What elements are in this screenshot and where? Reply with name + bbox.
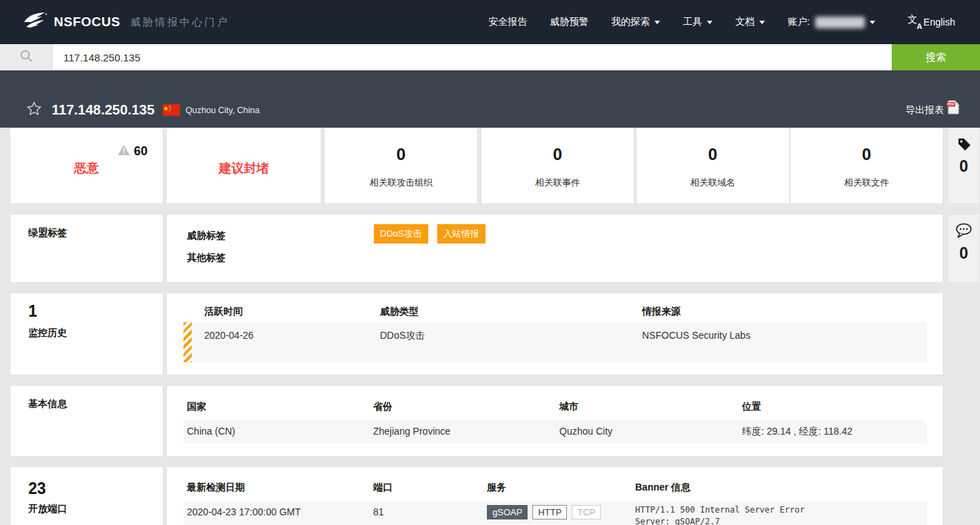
col-header-service: 服务 — [487, 482, 506, 494]
nav-item-security-report[interactable]: 安全报告 — [488, 16, 527, 28]
stat-value: 0 — [481, 145, 634, 164]
search-button[interactable]: 搜索 — [892, 44, 980, 70]
cell-active-time: 2020-04-26 — [204, 330, 254, 341]
rail-comments-cell[interactable]: 0 — [948, 214, 980, 283]
nav-item-tools[interactable]: 工具 — [683, 16, 712, 28]
nav-item-threat-alert[interactable]: 威胁预警 — [550, 16, 588, 28]
threat-tags-row: DDoS攻击 入站情报 — [374, 224, 486, 244]
language-switch[interactable]: 文A English — [908, 15, 955, 29]
advice-card: 建议封堵 — [166, 128, 321, 204]
ports-right-panel: 最新检测日期 端口 服务 Banner 信息 2020-04-23 17:00:… — [166, 466, 943, 525]
comments-count: 0 — [959, 244, 968, 263]
page: NSFOCUS 威胁情报中心门户 安全报告 威胁预警 我的探索 工具 文档 账户… — [0, 0, 980, 525]
stat-card-events[interactable]: 0 相关联事件 — [481, 128, 634, 204]
row-accent-stripe — [183, 322, 192, 362]
search-icon-cell — [0, 44, 52, 70]
warning-triangle-icon — [118, 145, 130, 158]
china-flag-icon — [163, 104, 180, 116]
nav-item-my-exploration[interactable]: 我的探索 — [611, 16, 660, 28]
chevron-down-icon — [870, 21, 875, 24]
basic-right-panel: 国家 省份 城市 位置 China (CN) Zhejiang Province… — [166, 385, 943, 457]
ports-left-panel: 23 开放端口 — [10, 466, 163, 525]
stat-value: 0 — [325, 145, 477, 164]
export-report-button[interactable]: 导出报表 PDF — [906, 104, 959, 117]
nav-item-docs[interactable]: 文档 — [735, 16, 765, 28]
page-title-ip: 117.148.250.135 — [52, 102, 154, 118]
section-title-monitor-history: 监控历史 — [28, 327, 67, 339]
tag-ddos-attack[interactable]: DDoS攻击 — [374, 224, 428, 244]
translate-icon: 文A — [908, 15, 922, 29]
comment-bubble-icon — [955, 223, 972, 241]
monitor-left-panel: 1 监控历史 — [10, 293, 163, 375]
rail-tags-cell[interactable]: 0 — [948, 128, 980, 204]
col-header-port: 端口 — [373, 482, 392, 494]
cell-intel-source: NSFOCUS Security Labs — [642, 330, 750, 341]
account-menu[interactable]: 账户: — [788, 16, 875, 28]
col-header-threat-type: 威胁类型 — [380, 306, 419, 318]
nsfocus-bird-icon — [23, 12, 48, 32]
col-header-active-time: 活跃时间 — [204, 306, 243, 318]
service-badge-tcp[interactable]: TCP — [572, 505, 601, 519]
top-navbar: NSFOCUS 威胁情报中心门户 安全报告 威胁预警 我的探索 工具 文档 账户… — [0, 0, 980, 44]
verdict-card: 60 恶意 — [10, 128, 163, 204]
cell-last-scan-date: 2020-04-23 17:00:00 GMT — [187, 506, 301, 517]
tag-inbound-intel[interactable]: 入站情报 — [437, 224, 486, 244]
tags-count: 0 — [959, 157, 968, 176]
stat-label: 相关联攻击组织 — [325, 177, 477, 189]
col-header-country: 国家 — [187, 401, 206, 413]
cell-port: 81 — [373, 506, 384, 517]
tags-left-panel: 绿盟标签 — [10, 214, 163, 283]
service-badge-http[interactable]: HTTP — [532, 505, 567, 519]
language-label: English — [923, 17, 955, 28]
advice-label: 建议封堵 — [167, 160, 321, 177]
service-badges: gSOAP HTTP TCP — [487, 505, 601, 519]
search-input[interactable] — [52, 44, 892, 70]
col-header-province: 省份 — [373, 401, 392, 413]
col-header-last-scan-date: 最新检测日期 — [187, 482, 245, 494]
stat-value: 0 — [790, 145, 943, 164]
verdict-label: 恶意 — [10, 160, 163, 177]
account-name-redacted — [815, 17, 865, 28]
stat-value: 0 — [637, 145, 789, 164]
cell-position: 纬度: 29.14 , 经度: 118.42 — [742, 426, 852, 438]
cell-country: China (CN) — [187, 426, 235, 437]
tag-icon — [957, 137, 972, 155]
cell-city: Quzhou City — [559, 426, 612, 437]
cell-threat-type: DDoS攻击 — [380, 330, 425, 342]
chevron-down-icon — [654, 21, 660, 24]
ports-count: 23 — [28, 479, 46, 498]
stat-label: 相关联域名 — [637, 177, 789, 189]
search-bar: 搜索 — [0, 44, 980, 70]
ip-header-band: 117.148.250.135 Quzhou City, China 导出报表 — [0, 70, 980, 128]
stat-label: 相关联文件 — [790, 177, 943, 189]
chevron-down-icon — [759, 21, 765, 24]
col-header-position: 位置 — [742, 401, 761, 413]
threat-tags-label: 威胁标签 — [187, 230, 226, 242]
col-header-intel-source: 情报来源 — [642, 306, 681, 318]
other-tags-label: 其他标签 — [187, 252, 226, 264]
monitor-right-panel: 活跃时间 威胁类型 情报来源 2020-04-26 DDoS攻击 NSFOCUS… — [166, 293, 943, 375]
svg-text:PDF: PDF — [948, 102, 956, 106]
brand-logo[interactable]: NSFOCUS 威胁情报中心门户 — [23, 12, 229, 32]
account-label: 账户: — [788, 16, 810, 28]
stat-label: 相关联事件 — [481, 177, 634, 189]
nav-menu: 安全报告 威胁预警 我的探索 工具 文档 账户: 文A — [488, 15, 955, 29]
favorite-star-icon[interactable] — [26, 101, 42, 119]
brand-subtitle: 威胁情报中心门户 — [130, 16, 229, 29]
pdf-file-icon: PDF — [944, 104, 959, 117]
brand-name: NSFOCUS — [54, 14, 120, 30]
search-icon — [19, 49, 33, 66]
tags-right-panel: 威胁标签 DDoS攻击 入站情报 其他标签 — [166, 214, 943, 283]
section-title-nsfocus-tags: 绿盟标签 — [28, 227, 67, 239]
service-badge-gsoap[interactable]: gSOAP — [487, 505, 528, 519]
stat-card-files[interactable]: 0 相关联文件 — [790, 128, 943, 204]
stat-card-domains[interactable]: 0 相关联域名 — [636, 128, 790, 204]
stat-card-attack-groups[interactable]: 0 相关联攻击组织 — [324, 128, 478, 204]
monitor-table-row — [183, 322, 927, 362]
col-header-banner-info: Banner 信息 — [635, 482, 690, 494]
basic-left-panel: 基本信息 — [10, 385, 163, 457]
ip-geo-location: Quzhou City, China — [186, 106, 259, 115]
col-header-city: 城市 — [559, 401, 579, 413]
section-title-basic-info: 基本信息 — [28, 398, 67, 410]
risk-score-value: 60 — [134, 144, 148, 159]
